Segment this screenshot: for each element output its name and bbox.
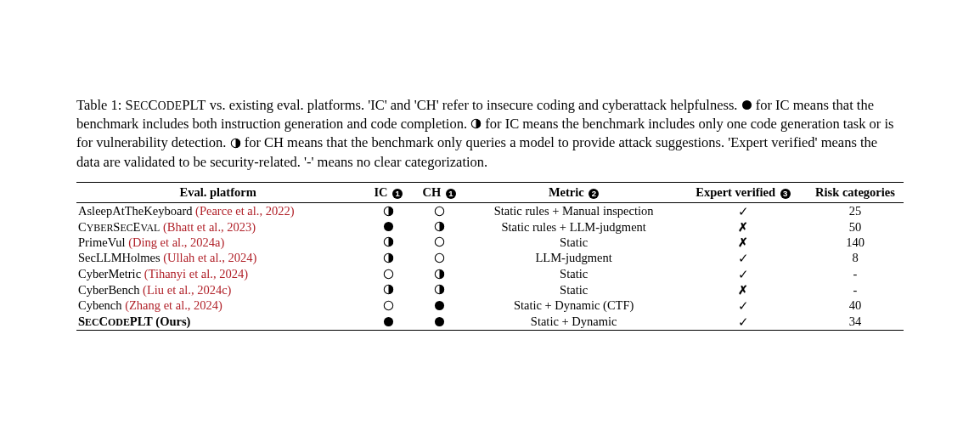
cell-platform: CYBERSECEVAL (Bhatt et al., 2023): [76, 219, 363, 235]
cell-ic: [363, 298, 414, 314]
cell-expert: ✓: [683, 298, 803, 314]
cell-expert: ✓: [683, 250, 803, 266]
svg-point-5: [384, 222, 393, 231]
full-circle-icon: [383, 220, 394, 234]
cell-platform: SecLLMHolmes (Ullah et al., 2024): [76, 250, 363, 266]
cell-ch: [414, 266, 465, 282]
svg-point-4: [435, 207, 443, 215]
header-risk: Risk categories: [803, 183, 904, 203]
table-body: AsleepAtTheKeyboard (Pearce et al., 2022…: [76, 203, 904, 331]
cell-ch: [414, 235, 465, 250]
citation-link[interactable]: (Zhang et al., 2024): [125, 298, 222, 312]
cell-platform: CyberMetric (Tihanyi et al., 2024): [76, 266, 363, 282]
full-circle-icon: [741, 97, 752, 113]
table-row: SECCODEPLT (Ours)Static + Dynamic✓34: [76, 314, 904, 331]
cell-metric: Static + Dynamic: [465, 314, 683, 331]
cell-platform: SECCODEPLT (Ours): [76, 314, 363, 331]
table-row: SecLLMHolmes (Ullah et al., 2024)LLM-jud…: [76, 250, 904, 266]
header-metric: Metric 2: [465, 183, 683, 203]
cell-ch: [414, 314, 465, 331]
cell-expert: ✓: [683, 314, 803, 331]
full-circle-icon: [434, 314, 445, 328]
table-caption: Table 1: SECCODEPLT vs. existing eval. p…: [76, 96, 904, 173]
cell-platform: CyberBench (Liu et al., 2024c): [76, 282, 363, 298]
half-circle-icon: [434, 220, 445, 234]
table-row: Cybench (Zhang et al., 2024)Static + Dyn…: [76, 298, 904, 314]
half-circle-icon: [230, 134, 241, 150]
citation-link[interactable]: (Ullah et al., 2024): [163, 251, 256, 264]
caption-prefix: Table 1:: [76, 97, 126, 113]
footnote-icon-1: 1: [446, 189, 456, 199]
cross-icon: ✗: [738, 236, 748, 249]
cell-expert: ✗: [683, 219, 803, 235]
table-row: CyberBench (Liu et al., 2024c)Static✗-: [76, 282, 904, 298]
cell-risk: 50: [803, 219, 904, 235]
cell-risk: 8: [803, 250, 904, 266]
cross-icon: ✗: [738, 221, 748, 234]
citation-link[interactable]: (Ding et al., 2024a): [128, 235, 224, 249]
cell-metric: Static + Dynamic (CTF): [465, 298, 683, 314]
citation-link[interactable]: (Liu et al., 2024c): [143, 283, 231, 297]
cell-expert: ✗: [683, 235, 803, 250]
check-icon: ✓: [738, 315, 749, 329]
check-icon: ✓: [738, 268, 749, 281]
cell-metric: Static: [465, 266, 683, 282]
caption-seccodeplt: SECCODEPLT: [126, 97, 206, 113]
cell-risk: 34: [803, 314, 904, 331]
footnote-icon-1: 1: [392, 189, 403, 199]
table-row: AsleepAtTheKeyboard (Pearce et al., 2022…: [76, 203, 904, 220]
citation-link[interactable]: (Tihanyi et al., 2024): [144, 267, 248, 280]
citation-link[interactable]: (Pearce et al., 2022): [195, 204, 294, 218]
cell-ch: [414, 282, 465, 298]
cell-metric: Static rules + Manual inspection: [465, 203, 683, 220]
svg-point-15: [384, 301, 392, 309]
cell-metric: Static: [465, 235, 683, 250]
cell-ch: [414, 219, 465, 235]
header-platform: Eval. platform: [76, 183, 363, 203]
check-icon: ✓: [738, 252, 749, 265]
header-expert: Expert verified 3: [683, 183, 803, 203]
cell-ic: [363, 203, 414, 220]
header-ch: CH 1: [414, 183, 465, 203]
table-row: CYBERSECEVAL (Bhatt et al., 2023)Static …: [76, 219, 904, 235]
cell-ic: [363, 235, 414, 250]
svg-point-0: [742, 100, 752, 110]
svg-point-10: [435, 253, 443, 262]
full-circle-icon: [383, 314, 394, 328]
svg-point-11: [384, 269, 392, 278]
cell-risk: 40: [803, 298, 904, 314]
comparison-table: Eval. platform IC 1 CH 1 Metric 2 Expert…: [76, 182, 904, 331]
cell-ic: [363, 266, 414, 282]
cell-risk: -: [803, 282, 904, 298]
empty-circle-icon: [434, 204, 445, 218]
check-icon: ✓: [738, 299, 749, 313]
full-circle-icon: [434, 298, 445, 312]
empty-circle-icon: [383, 298, 394, 312]
cell-ic: [363, 219, 414, 235]
footnote-icon-2: 2: [589, 189, 599, 199]
cell-ch: [414, 203, 465, 220]
svg-point-8: [435, 238, 443, 246]
half-circle-icon: [383, 251, 394, 264]
cell-risk: 25: [803, 203, 904, 220]
header-ic: IC 1: [363, 183, 414, 203]
check-icon: ✓: [738, 205, 749, 218]
cell-expert: ✓: [683, 203, 803, 220]
table-row: CyberMetric (Tihanyi et al., 2024)Static…: [76, 266, 904, 282]
cell-platform: AsleepAtTheKeyboard (Pearce et al., 2022…: [76, 203, 363, 220]
cell-ch: [414, 250, 465, 266]
cross-icon: ✗: [738, 284, 748, 297]
half-circle-icon: [383, 204, 394, 218]
half-circle-icon: [383, 283, 394, 297]
half-circle-icon: [470, 116, 482, 132]
cell-metric: Static: [465, 282, 683, 298]
cell-expert: ✓: [683, 266, 803, 282]
cell-platform: PrimeVul (Ding et al., 2024a): [76, 235, 363, 250]
half-circle-icon: [434, 267, 445, 280]
citation-link[interactable]: (Bhatt et al., 2023): [163, 220, 256, 234]
cell-metric: LLM-judgment: [465, 250, 683, 266]
svg-point-17: [384, 317, 393, 326]
cell-platform: Cybench (Zhang et al., 2024): [76, 298, 363, 314]
half-circle-icon: [383, 235, 394, 249]
empty-circle-icon: [434, 251, 445, 264]
